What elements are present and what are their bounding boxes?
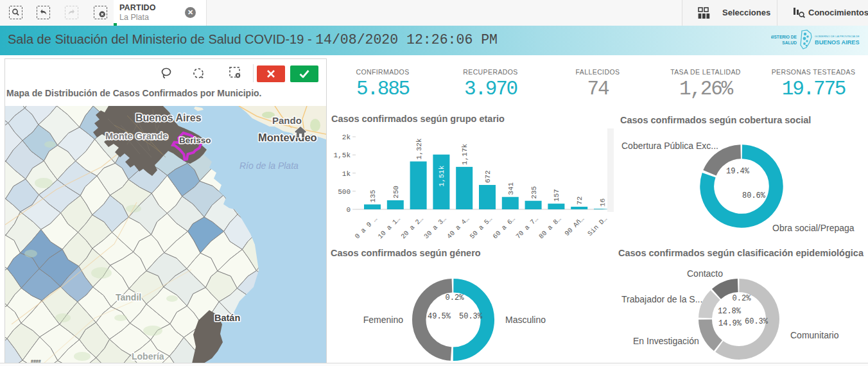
svg-text:50.3%: 50.3% bbox=[459, 312, 483, 321]
svg-text:19.4%: 19.4% bbox=[726, 167, 750, 176]
svg-text:1,32k: 1,32k bbox=[415, 138, 423, 159]
svg-text:Casos confirmados según grupo: Casos confirmados según grupo etario bbox=[331, 114, 505, 124]
svg-text:Casos confirmados según cobert: Casos confirmados según cobertura social bbox=[620, 115, 811, 125]
svg-text:Río de la Plata: Río de la Plata bbox=[239, 161, 299, 171]
svg-text:1k: 1k bbox=[342, 170, 351, 178]
svg-text:Contacto: Contacto bbox=[687, 268, 723, 279]
svg-text:12.8%: 12.8% bbox=[718, 307, 742, 316]
svg-text:1,17k: 1,17k bbox=[461, 143, 469, 164]
svg-text:GOBIERNO DE LA PROVINCIA DE: GOBIERNO DE LA PROVINCIA DE bbox=[815, 35, 860, 38]
svg-text:Obra social/Prepaga: Obra social/Prepaga bbox=[772, 223, 855, 233]
svg-text:40 a 4…: 40 a 4… bbox=[446, 215, 471, 241]
svg-text:49.5%: 49.5% bbox=[428, 312, 451, 321]
svg-text:0.2%: 0.2% bbox=[733, 294, 752, 303]
svg-text:Pando: Pando bbox=[272, 115, 302, 126]
svg-text:72: 72 bbox=[576, 196, 584, 205]
svg-text:80 a 8…: 80 a 8… bbox=[537, 215, 563, 241]
svg-text:50 a 5…: 50 a 5… bbox=[468, 215, 494, 241]
svg-text:Buenos Aires: Buenos Aires bbox=[135, 112, 202, 123]
svg-text:1,51k: 1,51k bbox=[438, 165, 446, 186]
svg-text:235: 235 bbox=[530, 186, 538, 199]
svg-text:Lobería: Lobería bbox=[132, 351, 164, 362]
svg-text:Casos confirmados según género: Casos confirmados según género bbox=[331, 248, 481, 258]
svg-text:Monte Grande: Monte Grande bbox=[105, 131, 168, 141]
svg-text:Femenino: Femenino bbox=[363, 315, 403, 325]
svg-text:Sin D…: Sin D… bbox=[586, 215, 609, 238]
svg-text:157: 157 bbox=[553, 189, 560, 202]
svg-text:60 a 6…: 60 a 6… bbox=[491, 215, 517, 241]
svg-text:10 a 1…: 10 a 1… bbox=[376, 215, 402, 241]
svg-text:Trabajador de la S...: Trabajador de la S... bbox=[621, 294, 702, 304]
svg-text:60.3%: 60.3% bbox=[745, 317, 768, 326]
svg-text:MINISTERIO DE: MINISTERIO DE bbox=[771, 35, 797, 39]
svg-text:14.9%: 14.9% bbox=[718, 319, 742, 328]
svg-text:Montevideo: Montevideo bbox=[258, 132, 317, 143]
svg-text:BUENOS AIRES: BUENOS AIRES bbox=[815, 39, 860, 46]
svg-text:80.6%: 80.6% bbox=[742, 191, 766, 200]
svg-text:Cobertura Pública Exc...: Cobertura Pública Exc... bbox=[621, 141, 718, 151]
svg-text:0 a 9 …: 0 a 9 … bbox=[353, 215, 379, 241]
svg-text:1,5k: 1,5k bbox=[334, 152, 351, 159]
svg-text:70 a 7…: 70 a 7… bbox=[514, 215, 540, 241]
svg-text:En Investigación: En Investigación bbox=[633, 336, 699, 346]
svg-text:Comunitario: Comunitario bbox=[790, 330, 839, 340]
svg-text:Masculino: Masculino bbox=[505, 315, 546, 325]
svg-text:0: 0 bbox=[346, 206, 351, 214]
svg-text:Tandil: Tandil bbox=[116, 292, 141, 302]
svg-text:30 a 3…: 30 a 3… bbox=[422, 215, 448, 241]
svg-text:500: 500 bbox=[338, 188, 351, 196]
svg-text:Berisso: Berisso bbox=[179, 135, 211, 145]
svg-text:250: 250 bbox=[392, 186, 400, 198]
svg-text:SALUD: SALUD bbox=[782, 40, 797, 45]
svg-text:Batán: Batán bbox=[214, 313, 240, 323]
svg-text:0.2%: 0.2% bbox=[446, 293, 465, 302]
svg-text:672: 672 bbox=[484, 170, 492, 183]
svg-text:2k: 2k bbox=[342, 134, 351, 141]
svg-text:341: 341 bbox=[507, 182, 515, 195]
svg-text:Casos confirmados según clasif: Casos confirmados según clasificación ep… bbox=[618, 248, 864, 258]
svg-text:90 Añ…: 90 Añ… bbox=[563, 215, 586, 238]
svg-text:20 a 2…: 20 a 2… bbox=[399, 215, 425, 241]
svg-text:135: 135 bbox=[369, 190, 377, 203]
